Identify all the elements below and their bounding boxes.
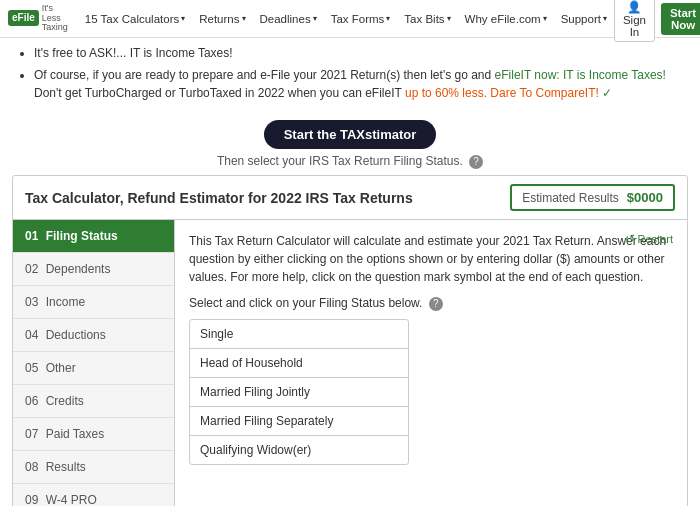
sidebar-item-other[interactable]: 05 Other <box>13 352 174 385</box>
sidebar-item-credits[interactable]: 06 Credits <box>13 385 174 418</box>
nav-returns[interactable]: Returns ▾ <box>192 0 252 38</box>
chevron-down-icon: ▾ <box>543 14 547 23</box>
filing-option-married-jointly[interactable]: Married Filing Jointly <box>189 377 409 407</box>
calc-intro: This Tax Return Calculator will calculat… <box>189 232 673 286</box>
restart-icon: ↺ <box>625 232 635 246</box>
compare-link[interactable]: up to 60% less. Dare To CompareIT! <box>405 86 599 100</box>
filing-options: Single Head of Household Married Filing … <box>189 319 409 465</box>
calculator-section: Tax Calculator, Refund Estimator for 202… <box>12 175 688 506</box>
chevron-down-icon: ▾ <box>386 14 390 23</box>
start-sub-text: Then select your IRS Tax Return Filing S… <box>0 154 700 169</box>
sidebar-item-income[interactable]: 03 Income <box>13 286 174 319</box>
nav-why-efile[interactable]: Why eFile.com ▾ <box>458 0 554 38</box>
estimated-value: $0000 <box>627 190 663 205</box>
chevron-down-icon: ▾ <box>242 14 246 23</box>
sidebar-item-paid-taxes[interactable]: 07 Paid Taxes <box>13 418 174 451</box>
calc-body: 01 Filing Status 02 Dependents 03 Income… <box>13 220 687 506</box>
estimated-results: Estimated Results $0000 <box>510 184 675 211</box>
filing-option-qualifying-widow[interactable]: Qualifying Widow(er) <box>189 435 409 465</box>
sign-in-button[interactable]: 👤 Sign In <box>614 0 655 42</box>
calc-main: This Tax Return Calculator will calculat… <box>175 220 687 506</box>
nav-items: 15 Tax Calculators ▾ Returns ▾ Deadlines… <box>78 0 614 38</box>
chevron-down-icon: ▾ <box>447 14 451 23</box>
filing-option-married-separately[interactable]: Married Filing Separately <box>189 406 409 436</box>
logo: eFile It's Less Taxing <box>8 4 68 34</box>
chevron-down-icon: ▾ <box>313 14 317 23</box>
chevron-down-icon: ▾ <box>181 14 185 23</box>
nav-tax-bits[interactable]: Tax Bits ▾ <box>397 0 457 38</box>
filing-prompt: Select and click on your Filing Status b… <box>189 296 673 311</box>
checkmark-icon: ✓ <box>602 86 612 100</box>
banner: It's free to ASK!... IT is Income Taxes!… <box>0 38 700 116</box>
help-icon[interactable]: ? <box>429 297 443 311</box>
estimated-label: Estimated Results <box>522 191 619 205</box>
calc-title: Tax Calculator, Refund Estimator for 202… <box>25 190 413 206</box>
nav-calculators[interactable]: 15 Tax Calculators ▾ <box>78 0 192 38</box>
filing-option-head-of-household[interactable]: Head of Household <box>189 348 409 378</box>
banner-line2: Of course, if you are ready to prepare a… <box>34 66 684 102</box>
nav-tax-forms[interactable]: Tax Forms ▾ <box>324 0 398 38</box>
logo-sub: It's Less Taxing <box>42 4 68 34</box>
nav-deadlines[interactable]: Deadlines ▾ <box>253 0 324 38</box>
sidebar-item-w4-pro[interactable]: 09 W-4 PRO <box>13 484 174 506</box>
start-section: Start the TAXstimator Then select your I… <box>0 116 700 175</box>
sidebar-item-filing-status[interactable]: 01 Filing Status <box>13 220 174 253</box>
banner-line1: It's free to ASK!... IT is Income Taxes! <box>34 44 684 62</box>
filing-option-single[interactable]: Single <box>189 319 409 349</box>
top-nav: eFile It's Less Taxing 15 Tax Calculator… <box>0 0 700 38</box>
start-now-button[interactable]: Start Now <box>661 3 700 35</box>
efile-it-link[interactable]: eFileIT now: IT is Income Taxes! <box>495 68 666 82</box>
sidebar-item-deductions[interactable]: 04 Deductions <box>13 319 174 352</box>
chevron-down-icon: ▾ <box>603 14 607 23</box>
calc-sidebar: 01 Filing Status 02 Dependents 03 Income… <box>13 220 175 506</box>
help-icon[interactable]: ? <box>469 155 483 169</box>
logo-box: eFile <box>8 10 39 26</box>
nav-support[interactable]: Support ▾ <box>554 0 614 38</box>
sidebar-item-dependents[interactable]: 02 Dependents <box>13 253 174 286</box>
nav-right: 👤 Sign In Start Now <box>614 0 700 42</box>
start-taxstimator-button[interactable]: Start the TAXstimator <box>264 120 437 149</box>
restart-button[interactable]: ↺ Restart <box>625 232 673 246</box>
sidebar-item-results[interactable]: 08 Results <box>13 451 174 484</box>
calc-header: Tax Calculator, Refund Estimator for 202… <box>13 176 687 220</box>
